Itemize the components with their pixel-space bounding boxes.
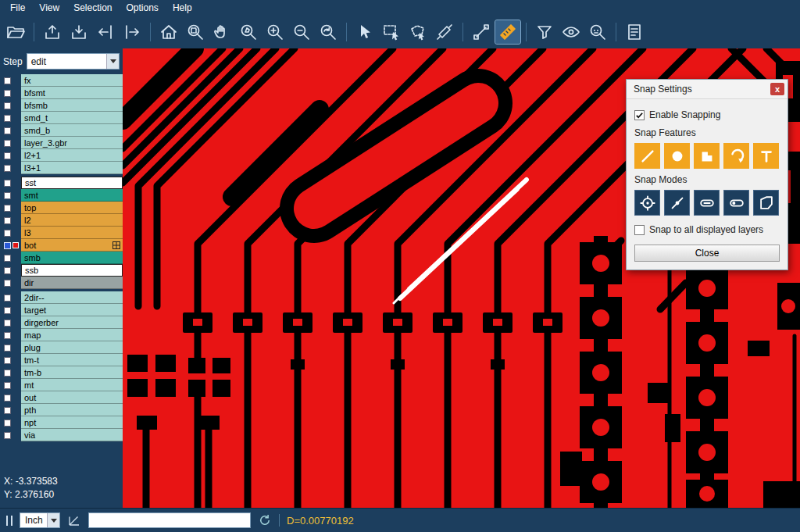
layer-visibility-checkbox[interactable]: [4, 192, 11, 199]
zoom-window-icon[interactable]: [183, 20, 208, 44]
snap-key-icon[interactable]: [723, 190, 749, 216]
layer-row-smb[interactable]: smb: [0, 252, 123, 264]
layer-visibility-checkbox[interactable]: [4, 205, 11, 212]
layer-visibility-checkbox[interactable]: [4, 345, 11, 352]
snap-text-icon[interactable]: [753, 143, 779, 169]
open-folder-icon[interactable]: [3, 20, 28, 44]
report-icon[interactable]: [622, 20, 647, 44]
layer-row-top[interactable]: top: [0, 202, 123, 214]
layer-visibility-checkbox[interactable]: [4, 320, 11, 327]
layer-row-target[interactable]: target: [0, 304, 123, 316]
layer-row-layer_3.gbr[interactable]: layer_3.gbr: [0, 137, 123, 149]
menu-item-file[interactable]: File: [3, 1, 32, 15]
snap-arc-icon[interactable]: [723, 143, 749, 169]
unit-select[interactable]: Inch: [20, 512, 60, 528]
layer-visibility-checkbox[interactable]: [4, 217, 11, 224]
home-view-icon[interactable]: [156, 20, 181, 44]
layer-visibility-checkbox[interactable]: [4, 115, 11, 122]
layer-row-smd_b[interactable]: smd_b: [0, 124, 123, 137]
measure-diagonal-icon[interactable]: [432, 20, 457, 44]
command-input[interactable]: [88, 512, 251, 528]
layer-visibility-checkbox[interactable]: [4, 370, 11, 377]
layer-row-tm-t[interactable]: tm-t: [0, 354, 123, 366]
snap-dialog-close-button[interactable]: Close: [634, 245, 780, 262]
draw-line-icon[interactable]: [469, 20, 494, 44]
layer-row-ssb[interactable]: ssb: [0, 264, 123, 277]
layer-row-via[interactable]: via: [0, 429, 123, 441]
select-polygon-icon[interactable]: [405, 20, 430, 44]
layer-row-tm-b[interactable]: tm-b: [0, 366, 123, 379]
net-search-icon[interactable]: [585, 20, 610, 44]
layer-visibility-checkbox[interactable]: [4, 307, 11, 314]
insert-file-icon[interactable]: [66, 20, 91, 44]
layer-row-smt[interactable]: smt: [0, 189, 123, 202]
move-right-icon[interactable]: [120, 20, 145, 44]
layer-row-2dir--[interactable]: 2dir--: [0, 291, 123, 304]
layer-visibility-checkbox[interactable]: [4, 420, 11, 427]
zoom-out-icon[interactable]: [289, 20, 314, 44]
layer-row-smd_t[interactable]: smd_t: [0, 112, 123, 124]
layer-visibility-checkbox[interactable]: [4, 90, 11, 97]
layer-visibility-checkbox[interactable]: [4, 357, 11, 364]
layer-row-dir[interactable]: dir: [0, 277, 123, 289]
layer-row-dirgerber[interactable]: dirgerber: [0, 316, 123, 329]
unit-select-caret[interactable]: [47, 513, 59, 527]
layer-row-bfsmt[interactable]: bfsmt: [0, 87, 123, 99]
layer-row-pth[interactable]: pth: [0, 404, 123, 416]
snap-center-icon[interactable]: [634, 190, 660, 216]
menu-item-selection[interactable]: Selection: [66, 1, 119, 15]
snap-vertex-icon[interactable]: [753, 190, 779, 216]
layer-color-swatch[interactable]: [12, 242, 19, 248]
close-icon[interactable]: x: [770, 83, 784, 95]
snap-all-layers-checkbox[interactable]: [634, 225, 645, 235]
snap-point-on-line-icon[interactable]: [664, 190, 690, 216]
snap-line-icon[interactable]: [634, 143, 660, 169]
enable-snapping-row[interactable]: Enable Snapping: [634, 109, 780, 120]
layer-row-sst[interactable]: sst: [0, 177, 123, 189]
layer-row-fx[interactable]: fx: [0, 74, 123, 87]
step-select-caret[interactable]: [106, 54, 119, 69]
import-file-icon[interactable]: [40, 20, 65, 44]
layer-visibility-checkbox[interactable]: [4, 152, 11, 159]
snap-slot-icon[interactable]: [694, 190, 720, 216]
show-eye-icon[interactable]: [559, 20, 584, 44]
layer-visibility-checkbox[interactable]: [4, 407, 11, 414]
layer-visibility-checkbox[interactable]: [4, 432, 11, 439]
layer-visibility-checkbox[interactable]: [4, 230, 11, 237]
move-left-icon[interactable]: [93, 20, 118, 44]
layer-row-l2[interactable]: l2: [0, 214, 123, 227]
layer-visibility-checkbox[interactable]: [4, 255, 11, 262]
layer-visibility-checkbox[interactable]: [4, 180, 11, 187]
menu-item-view[interactable]: View: [32, 1, 66, 15]
menu-item-help[interactable]: Help: [166, 1, 199, 15]
layer-row-npt[interactable]: npt: [0, 416, 123, 429]
snap-surface-icon[interactable]: [694, 143, 720, 169]
measure-ruler-icon[interactable]: [495, 20, 520, 44]
enable-snapping-checkbox[interactable]: [634, 110, 645, 120]
layer-visibility-checkbox[interactable]: [4, 102, 11, 109]
layer-visibility-checkbox[interactable]: [4, 77, 11, 84]
layer-visibility-checkbox[interactable]: [4, 295, 11, 302]
select-rectangle-icon[interactable]: [379, 20, 404, 44]
layer-row-map[interactable]: map: [0, 329, 123, 341]
layer-visibility-checkbox[interactable]: [4, 140, 11, 147]
layer-visibility-checkbox[interactable]: [4, 332, 11, 339]
snap-dialog-titlebar[interactable]: Snap Settings x: [627, 80, 788, 99]
layer-row-l3[interactable]: l3: [0, 227, 123, 239]
select-pointer-icon[interactable]: [352, 20, 377, 44]
zoom-polygon-icon[interactable]: [236, 20, 261, 44]
menu-item-options[interactable]: Options: [120, 1, 166, 15]
angle-tool-icon[interactable]: [67, 513, 81, 527]
zoom-in-icon[interactable]: [262, 20, 288, 44]
pcb-canvas[interactable]: Snap Settings x Enable Snapping Snap Fea…: [123, 48, 800, 508]
zoom-previous-icon[interactable]: [316, 20, 341, 44]
pan-hand-icon[interactable]: [209, 20, 234, 44]
step-select[interactable]: edit: [27, 53, 120, 70]
snap-pad-icon[interactable]: [664, 143, 690, 169]
layer-row-mt[interactable]: mt: [0, 379, 123, 391]
layer-visibility-checkbox[interactable]: [4, 165, 11, 172]
layer-visibility-checkbox[interactable]: [4, 267, 11, 274]
layer-visibility-checkbox[interactable]: [4, 242, 11, 249]
layer-row-bot[interactable]: bot: [0, 239, 123, 252]
layer-row-out[interactable]: out: [0, 391, 123, 404]
